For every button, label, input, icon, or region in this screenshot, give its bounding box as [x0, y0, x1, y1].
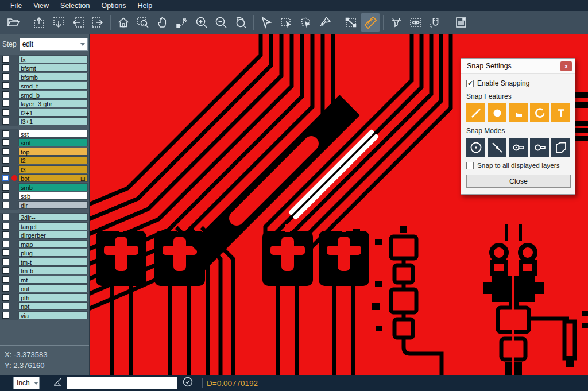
apply-check-icon[interactable] — [182, 376, 194, 390]
snap-feature-circle-button[interactable] — [488, 103, 506, 122]
layer-visibility-checkbox[interactable] — [2, 214, 9, 220]
layer-label[interactable]: out — [18, 284, 88, 292]
layer-label[interactable]: 2dir-- — [18, 213, 88, 221]
pan-button[interactable] — [153, 13, 172, 32]
layer-label[interactable]: tm-b — [18, 266, 88, 274]
step-select[interactable]: edit — [20, 38, 88, 51]
menu-file[interactable]: File — [5, 1, 28, 10]
layer-visibility-checkbox[interactable] — [2, 285, 9, 292]
layer-visibility-checkbox[interactable] — [2, 258, 9, 265]
pointer-select-button[interactable] — [257, 13, 276, 32]
layer-visibility-checkbox[interactable] — [2, 202, 9, 208]
layer-visibility-checkbox[interactable] — [2, 157, 9, 164]
menu-selection[interactable]: Selection — [55, 1, 95, 10]
open-folder-button[interactable] — [3, 13, 23, 32]
enable-snapping-checkbox[interactable] — [466, 80, 474, 87]
layer-label[interactable]: pth — [18, 293, 88, 301]
import-top-button[interactable] — [29, 13, 49, 32]
layer-visibility-checkbox[interactable] — [2, 139, 9, 146]
layer-visibility-checkbox[interactable] — [2, 100, 9, 107]
ruler-button[interactable] — [361, 13, 380, 32]
layer-label[interactable]: dirgerber — [18, 231, 88, 239]
dialog-titlebar[interactable]: Snap Settings x — [461, 59, 575, 74]
layer-label[interactable]: smt — [18, 138, 88, 146]
layer-visibility-checkbox[interactable] — [2, 56, 9, 63]
layer-label[interactable]: map — [18, 240, 88, 248]
snap-mode-polygon-button[interactable] — [551, 138, 570, 157]
layer-label[interactable]: smd_b — [18, 91, 88, 99]
layer-visibility-checkbox[interactable] — [2, 294, 9, 301]
layer-visibility-checkbox[interactable] — [2, 91, 9, 98]
dialog-close-button[interactable]: Close — [466, 175, 571, 188]
menu-view[interactable]: View — [28, 1, 55, 10]
properties-panel-button[interactable] — [451, 13, 471, 32]
layer-label[interactable]: smb — [18, 183, 88, 191]
home-view-button[interactable] — [114, 13, 133, 32]
snap-mode-line-point-button[interactable] — [488, 138, 506, 157]
polygon-select-button[interactable] — [296, 13, 315, 32]
snap-feature-line-button[interactable] — [466, 103, 485, 122]
snap-feature-pad-button[interactable] — [509, 103, 528, 122]
layer-visibility-checkbox[interactable] — [2, 118, 9, 125]
layer-label[interactable]: mt — [18, 276, 88, 284]
layer-label[interactable]: bfsmb — [18, 73, 88, 81]
zoom-region-button[interactable] — [133, 13, 153, 32]
layer-visibility-checkbox[interactable] — [2, 109, 9, 116]
layer-visibility-checkbox[interactable] — [2, 64, 9, 71]
layer-label[interactable]: bot⊞ — [18, 174, 88, 182]
import-right-button[interactable] — [88, 13, 107, 32]
layer-label[interactable]: npt — [18, 302, 88, 310]
measure-line-button[interactable] — [341, 13, 361, 32]
layer-visibility-checkbox[interactable] — [2, 312, 9, 319]
command-input[interactable] — [67, 377, 177, 389]
snap-mode-slot-right-button[interactable] — [530, 138, 549, 157]
layer-visibility-checkbox[interactable] — [2, 223, 9, 230]
layer-visibility-checkbox[interactable] — [2, 192, 9, 199]
layer-visibility-checkbox[interactable] — [2, 267, 9, 274]
layer-visibility-checkbox[interactable] — [2, 130, 9, 137]
layer-label[interactable]: tm-t — [18, 258, 88, 266]
layer-label[interactable]: target — [18, 222, 88, 230]
layer-label[interactable]: bfsmt — [18, 64, 88, 72]
snap-all-layers-checkbox[interactable] — [466, 162, 474, 169]
view-options-button[interactable] — [406, 13, 425, 32]
move-vertex-button[interactable] — [172, 13, 192, 32]
snap-feature-text-button[interactable] — [551, 103, 570, 122]
dialog-close-icon[interactable]: x — [560, 61, 572, 71]
snap-mode-slot-left-button[interactable] — [509, 138, 528, 157]
snap-mode-center-button[interactable] — [466, 138, 485, 157]
layer-visibility-checkbox[interactable] — [2, 73, 9, 80]
layer-label[interactable]: l3 — [18, 165, 88, 173]
layer-label[interactable]: l2+1 — [18, 109, 88, 117]
layer-label[interactable]: via — [18, 311, 88, 319]
snap-magnet-button[interactable] — [425, 13, 445, 32]
layer-visibility-checkbox[interactable] — [2, 276, 9, 283]
layer-label[interactable]: sst — [18, 130, 88, 138]
layer-visibility-checkbox[interactable] — [2, 249, 9, 256]
layer-label[interactable]: top — [18, 148, 88, 156]
unit-select[interactable]: Inch — [13, 377, 40, 389]
layer-visibility-checkbox[interactable] — [2, 148, 9, 155]
import-bottom-button[interactable] — [49, 13, 68, 32]
layer-label[interactable]: dir — [18, 201, 88, 209]
layer-label[interactable]: fx — [18, 55, 88, 63]
layer-label[interactable]: layer_3.gbr — [18, 99, 88, 107]
filter-button[interactable] — [386, 13, 406, 32]
layer-label[interactable]: smd_t — [18, 82, 88, 90]
zoom-out-button[interactable] — [211, 13, 231, 32]
layer-label[interactable]: ssb — [18, 192, 88, 200]
angle-measure-icon[interactable] — [52, 376, 63, 390]
layer-label[interactable]: l2 — [18, 156, 88, 164]
zoom-previous-button[interactable] — [231, 13, 250, 32]
pcb-canvas[interactable]: Snap Settings x Enable Snapping Snap Fea… — [90, 34, 588, 375]
clean-brush-button[interactable] — [315, 13, 335, 32]
layer-label[interactable]: plug — [18, 249, 88, 257]
menu-help[interactable]: Help — [132, 1, 158, 10]
layer-visibility-checkbox[interactable] — [2, 166, 9, 173]
layer-visibility-checkbox[interactable] — [2, 82, 9, 89]
layer-visibility-checkbox[interactable] — [2, 231, 9, 238]
snap-feature-arc-button[interactable] — [530, 103, 549, 122]
rectangle-select-button[interactable] — [276, 13, 296, 32]
layer-visibility-checkbox[interactable] — [2, 303, 9, 309]
layer-visibility-checkbox[interactable] — [2, 175, 9, 181]
